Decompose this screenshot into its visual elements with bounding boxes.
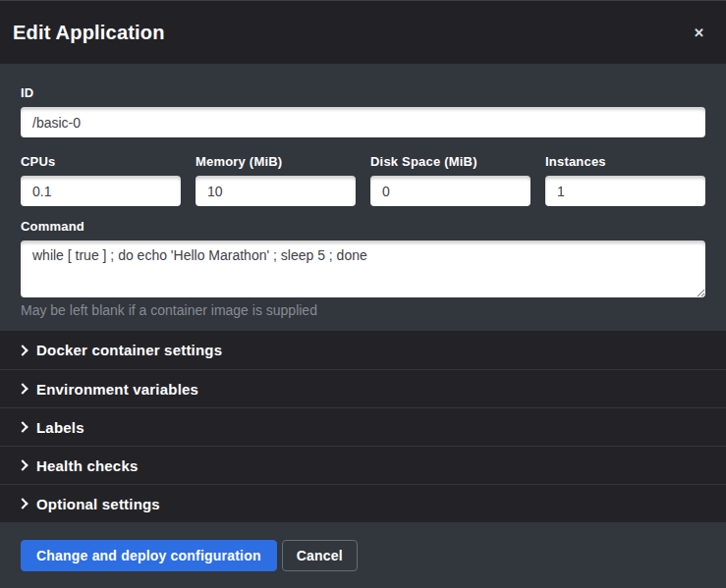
resources-row: CPUs Memory (MiB) Disk Space (MiB) Insta… [21,154,705,206]
chevron-right-icon [17,459,28,470]
modal-title: Edit Application [13,22,688,44]
instances-label: Instances [545,154,705,169]
close-icon[interactable]: ✕ [688,23,710,43]
disk-label: Disk Space (MiB) [370,154,531,169]
chevron-right-icon [17,383,28,394]
memory-input[interactable] [195,176,356,206]
memory-label: Memory (MiB) [195,154,356,169]
disk-input[interactable] [370,176,531,206]
accordion-sections: Docker container settings Environment va… [0,331,726,522]
section-docker-container-settings[interactable]: Docker container settings [0,331,726,369]
disk-field-group: Disk Space (MiB) [370,154,531,206]
cpus-label: CPUs [21,154,181,169]
modal-footer: Change and deploy configuration Cancel [0,522,726,588]
id-input[interactable] [21,107,705,137]
instances-input[interactable] [545,176,705,206]
instances-field-group: Instances [545,154,705,206]
id-field-group: ID [21,85,705,137]
section-label: Health checks [36,457,138,474]
modal-header: Edit Application ✕ [0,1,726,64]
section-label: Environment variables [36,381,198,398]
section-health-checks[interactable]: Health checks [0,446,726,484]
memory-field-group: Memory (MiB) [195,154,356,206]
change-and-deploy-button[interactable]: Change and deploy configuration [21,540,277,571]
section-label: Labels [36,419,84,436]
section-label: Docker container settings [36,342,222,358]
chevron-right-icon [17,345,28,355]
chevron-right-icon [17,421,28,432]
section-label: Optional settings [36,496,160,512]
command-help-text: May be left blank if a container image i… [21,302,705,318]
section-labels[interactable]: Labels [0,407,726,446]
chevron-right-icon [17,498,28,508]
cpus-input[interactable] [21,176,181,206]
cpus-field-group: CPUs [21,154,181,206]
command-field-group: Command while [ true ] ; do echo 'Hello … [21,219,705,318]
command-label: Command [21,219,705,234]
id-label: ID [21,85,705,100]
section-environment-variables[interactable]: Environment variables [0,369,726,407]
cancel-button[interactable]: Cancel [282,540,358,571]
modal-form: ID CPUs Memory (MiB) Disk Space (MiB) In… [0,64,726,331]
command-textarea[interactable]: while [ true ] ; do echo 'Hello Marathon… [21,241,705,297]
edit-application-modal: Edit Application ✕ ID CPUs Memory (MiB) … [0,0,726,588]
section-optional-settings[interactable]: Optional settings [0,484,726,522]
